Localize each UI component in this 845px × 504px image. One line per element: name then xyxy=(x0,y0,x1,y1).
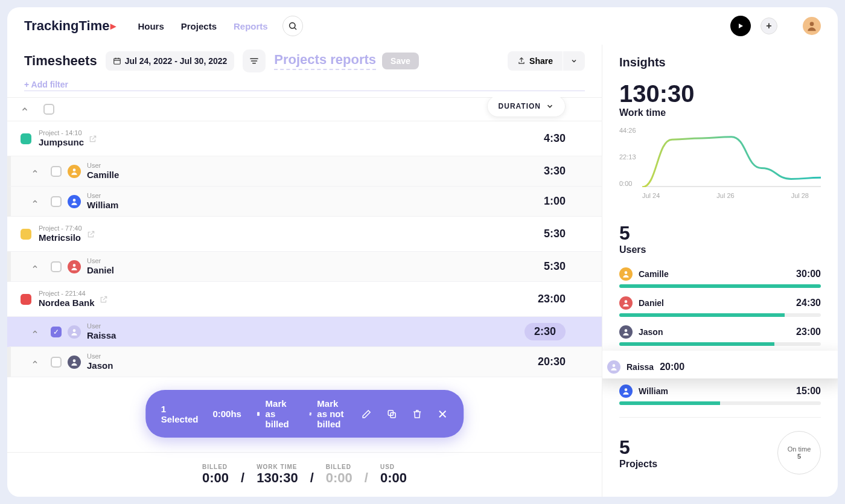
projects-label: Projects xyxy=(619,459,657,470)
user-insight-row[interactable]: Jason23:00 xyxy=(619,322,821,342)
nav-reports[interactable]: Reports xyxy=(234,21,268,31)
footer-billed-label: BILLED xyxy=(202,464,229,470)
row-expand-toggle[interactable] xyxy=(31,168,42,175)
user-time-bar xyxy=(619,284,821,288)
svg-rect-4 xyxy=(113,59,120,64)
row-checkbox[interactable] xyxy=(51,166,62,177)
row-meta: User xyxy=(87,352,113,360)
row-meta: User xyxy=(87,257,114,265)
nav-hours[interactable]: Hours xyxy=(138,21,164,31)
receipt-slash-icon xyxy=(308,409,312,419)
sort-button[interactable] xyxy=(243,49,266,72)
row-name: William xyxy=(87,200,118,211)
user-time-bar xyxy=(619,342,821,346)
svg-point-3 xyxy=(810,22,814,26)
user-row[interactable]: UserDaniel5:30 xyxy=(7,252,602,282)
row-expand-toggle[interactable] xyxy=(31,198,42,205)
external-link-icon[interactable] xyxy=(100,295,108,304)
row-expand-toggle[interactable] xyxy=(31,328,42,336)
footer-billed2-value: 0:00 xyxy=(326,470,352,485)
user-avatar-icon xyxy=(68,195,81,208)
users-count: 5 xyxy=(619,222,821,244)
add-button[interactable]: + xyxy=(760,18,777,34)
bulk-copy-button[interactable] xyxy=(386,409,397,419)
project-row[interactable]: Project - 14:10Jumpsunc4:30 xyxy=(7,121,602,156)
user-row[interactable]: UserCamille3:30 xyxy=(7,156,602,187)
user-avatar-icon xyxy=(619,296,633,310)
user-insight-row[interactable]: Raissa20:00 xyxy=(607,357,684,377)
subbar: Timesheets Jul 24, 2022 - Jul 30, 2022 P… xyxy=(7,45,602,75)
svg-point-24 xyxy=(625,329,628,332)
worktime-label: Work time xyxy=(619,107,821,118)
project-color-badge xyxy=(21,133,31,144)
user-insight-row[interactable]: Daniel24:30 xyxy=(619,293,821,313)
user-row[interactable]: ✓UserRaissa2:30 xyxy=(7,317,602,347)
row-meta: Project - 77:40 xyxy=(39,225,82,232)
topbar: TrackingTime ▸ Hours Projects Reports + xyxy=(7,7,838,45)
user-row[interactable]: UserWilliam1:00 xyxy=(7,187,602,217)
user-insight-row-highlighted[interactable]: Raissa20:00 xyxy=(602,351,838,378)
row-meta: User xyxy=(87,322,116,330)
worktime-total: 130:30 xyxy=(619,80,821,107)
chevron-up-icon xyxy=(21,105,29,113)
add-filter-link[interactable]: + Add filter xyxy=(24,80,585,91)
ontime-badge: On time 5 xyxy=(777,431,821,474)
select-all-checkbox[interactable] xyxy=(43,104,54,115)
y-tick: 22:13 xyxy=(619,153,636,161)
y-tick: 44:26 xyxy=(619,127,636,134)
row-expand-toggle[interactable] xyxy=(31,359,42,366)
bulk-edit-button[interactable] xyxy=(361,409,372,419)
ontime-value: 5 xyxy=(797,453,801,460)
close-icon xyxy=(437,409,448,419)
user-avatar-icon xyxy=(619,384,633,398)
row-checkbox[interactable] xyxy=(51,357,62,368)
project-row[interactable]: Project - 221:44Nordea Bank23:00 xyxy=(7,282,602,317)
start-timer-button[interactable] xyxy=(730,16,751,36)
play-icon xyxy=(737,22,744,30)
bulk-close-button[interactable] xyxy=(437,409,448,419)
x-tick: Jul 24 xyxy=(642,192,660,199)
row-checkbox[interactable] xyxy=(51,261,62,272)
project-color-badge xyxy=(21,294,31,305)
receipt-icon xyxy=(256,409,261,419)
row-expand-toggle[interactable] xyxy=(31,263,42,270)
share-button[interactable]: Share xyxy=(508,51,563,71)
calendar-icon xyxy=(113,57,121,65)
row-name: Camille xyxy=(87,170,119,180)
page-title: Timesheets xyxy=(24,53,97,69)
user-time: 30:00 xyxy=(796,269,821,279)
row-duration: 23:00 xyxy=(538,293,566,305)
duration-column-header[interactable]: DURATION xyxy=(487,97,566,117)
footer-worktime-label: WORK TIME xyxy=(257,464,298,470)
row-checkbox[interactable] xyxy=(51,196,62,207)
row-checkbox[interactable]: ✓ xyxy=(51,327,62,337)
users-list: Camille30:00Daniel24:30Jason23:00Raissa2… xyxy=(619,264,821,405)
insights-heading: Insights xyxy=(619,56,821,69)
profile-avatar[interactable] xyxy=(803,17,821,35)
row-name: Raissa xyxy=(87,330,116,341)
user-insight-row[interactable]: Camille30:00 xyxy=(619,264,821,284)
report-name-input[interactable]: Projects reports xyxy=(274,52,376,70)
bulk-delete-button[interactable] xyxy=(412,409,422,419)
mark-billed-button[interactable]: Mark as billed xyxy=(256,398,294,429)
row-duration: 5:30 xyxy=(544,260,566,273)
row-name: Jumpsunc xyxy=(39,137,84,148)
external-link-icon[interactable] xyxy=(87,230,95,238)
date-range-text: Jul 24, 2022 - Jul 30, 2022 xyxy=(125,56,228,66)
user-insight-row[interactable]: William15:00 xyxy=(619,381,821,401)
user-row[interactable]: UserJason20:30 xyxy=(7,347,602,377)
project-row[interactable]: Project - 77:40Metricsilo5:30 xyxy=(7,217,602,252)
mark-not-billed-button[interactable]: Mark as not billed xyxy=(308,398,346,429)
user-avatar-icon xyxy=(607,360,620,374)
brand-dot-icon: ▸ xyxy=(110,19,116,33)
collapse-all-toggle[interactable] xyxy=(21,105,31,113)
save-button[interactable]: Save xyxy=(382,53,419,69)
trash-icon xyxy=(412,409,422,419)
search-button[interactable] xyxy=(282,16,303,36)
external-link-icon[interactable] xyxy=(89,135,97,143)
date-range-picker[interactable]: Jul 24, 2022 - Jul 30, 2022 xyxy=(106,51,235,71)
nav-projects[interactable]: Projects xyxy=(181,21,217,31)
x-tick: Jul 26 xyxy=(716,192,734,199)
share-dropdown[interactable] xyxy=(563,51,585,71)
bulk-action-bar: 1 Selected 0:00hs Mark as billed Mark as… xyxy=(145,390,464,438)
